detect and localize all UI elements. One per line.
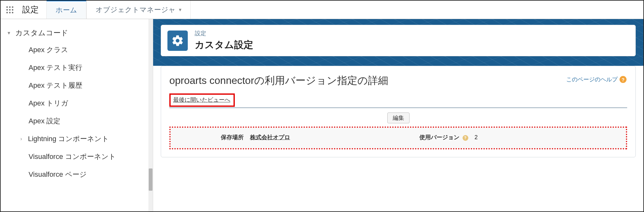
svg-point-7 [9,12,10,13]
field-location-label: 保存場所 [174,133,250,141]
back-link-highlight: 最後に開いたビューへ [169,93,235,107]
svg-point-4 [9,9,10,10]
field-version-value: 2 [475,134,478,141]
sidebar-item-label: Apex トリガ [29,99,68,108]
banner-text: 設定 カスタム設定 [195,30,253,51]
field-location: 保存場所 株式会社オプロ [174,133,398,141]
sidebar-item-label: Apex テスト履歴 [29,81,82,90]
chevron-down-icon: ▾ [8,30,15,36]
field-version: 使用バージョン ? 2 [398,133,623,141]
help-link-label: このページのヘルプ [566,76,618,83]
sidebar-item-apex-test-history[interactable]: Apex テスト履歴 [29,77,150,94]
edit-button[interactable]: 編集 [387,113,410,123]
sidebar-item-label: Visualforce コンポーネント [29,152,116,161]
edit-row: 編集 [169,111,627,127]
main-area: 設定 カスタム設定 oproarts connectorの利用バージョン指定の詳… [153,19,643,211]
sidebar-item-label: Lightning コンポーネント [28,134,109,144]
svg-point-6 [6,12,8,13]
content-card: oproarts connectorの利用バージョン指定の詳細 このページのヘル… [161,66,636,157]
sidebar-item-label: Visualforce ページ [29,170,87,179]
sidebar-children: Apex クラス Apex テスト実行 Apex テスト履歴 Apex トリガ … [8,41,150,183]
svg-point-3 [6,9,8,10]
sidebar-item-lightning-components[interactable]: › Lightning コンポーネント [29,130,150,148]
banner-card: 設定 カスタム設定 [161,25,636,56]
tab-object-manager[interactable]: オブジェクトマネージャ ▾ [86,1,191,19]
page-banner: 設定 カスタム設定 [153,19,643,66]
field-location-value[interactable]: 株式会社オプロ [250,133,290,141]
sidebar-item-apex-settings[interactable]: Apex 設定 [29,112,150,130]
app-launcher-icon[interactable] [1,1,19,19]
chevron-right-icon: › [20,136,28,142]
sidebar-item-visualforce-pages[interactable]: Visualforce ページ [29,166,150,183]
page-help-link[interactable]: このページのヘルプ ? [566,76,627,83]
svg-point-2 [12,6,13,8]
sidebar-item-apex-test-run[interactable]: Apex テスト実行 [29,59,150,77]
page-subtitle: oproarts connectorの利用バージョン指定の詳細 [169,74,627,88]
sidebar-item-visualforce-components[interactable]: Visualforce コンポーネント [29,148,150,166]
chevron-down-icon: ▾ [179,7,181,13]
divider [169,107,627,108]
settings-label: 設定 [19,1,46,19]
banner-title: カスタム設定 [195,38,253,51]
sidebar-item-apex-trigger[interactable]: Apex トリガ [29,94,150,112]
help-icon[interactable]: ? [463,135,468,141]
sidebar-item-label: Apex クラス [29,45,68,55]
gear-icon [167,31,188,51]
sidebar-item-apex-class[interactable]: Apex クラス [29,41,150,59]
svg-point-1 [9,6,10,8]
field-version-label-text: 使用バージョン [419,134,459,140]
tab-home[interactable]: ホーム [46,0,86,19]
sidebar-parent-custom-code[interactable]: ▾ カスタムコード [8,25,150,41]
back-to-last-view-link[interactable]: 最後に開いたビューへ [173,97,230,103]
banner-eyebrow: 設定 [195,30,253,37]
svg-point-0 [6,6,8,8]
sidebar: ▾ カスタムコード Apex クラス Apex テスト実行 Apex テスト履歴… [1,19,153,211]
help-icon: ? [620,76,627,83]
nav-tree: ▾ カスタムコード Apex クラス Apex テスト実行 Apex テスト履歴… [1,19,153,183]
sidebar-parent-label: カスタムコード [15,28,68,38]
body-row: ▾ カスタムコード Apex クラス Apex テスト実行 Apex テスト履歴… [1,19,643,211]
svg-point-5 [12,9,13,10]
detail-highlight-box: 保存場所 株式会社オプロ 使用バージョン ? 2 [169,127,627,149]
field-version-label: 使用バージョン ? [398,133,475,141]
sidebar-item-label: Apex テスト実行 [29,63,82,72]
sidebar-item-label: Apex 設定 [29,116,60,126]
top-bar: 設定 ホーム オブジェクトマネージャ ▾ [1,1,643,19]
tab-home-label: ホーム [56,5,77,15]
scrollbar-thumb[interactable] [149,168,153,191]
tab-object-manager-label: オブジェクトマネージャ [96,5,176,15]
svg-point-8 [12,12,13,13]
sidebar-scrollbar[interactable] [148,19,153,211]
